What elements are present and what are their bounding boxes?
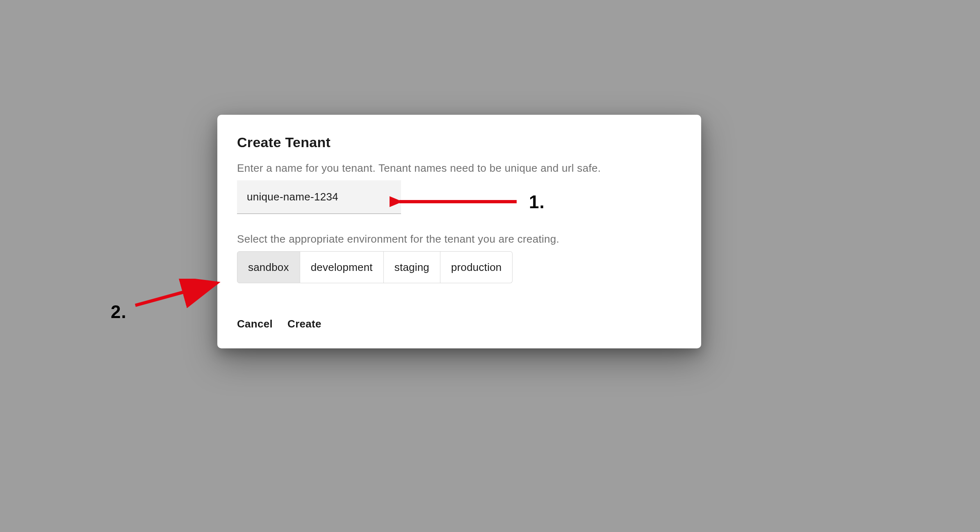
cancel-button[interactable]: Cancel xyxy=(237,316,273,332)
svg-line-3 xyxy=(135,283,217,305)
create-tenant-dialog: Create Tenant Enter a name for you tenan… xyxy=(217,115,701,348)
environment-toggle-group: sandbox development staging production xyxy=(237,251,681,283)
env-option-production[interactable]: production xyxy=(440,251,513,283)
env-option-staging[interactable]: staging xyxy=(384,251,440,283)
create-button[interactable]: Create xyxy=(287,316,321,332)
env-option-sandbox[interactable]: sandbox xyxy=(237,251,300,283)
annotation-label-2: 2. xyxy=(111,302,127,322)
annotation-label-1: 1. xyxy=(529,192,545,212)
tenant-name-input[interactable] xyxy=(237,180,401,214)
env-option-development[interactable]: development xyxy=(300,251,384,283)
dialog-title: Create Tenant xyxy=(237,134,681,150)
dialog-actions: Cancel Create xyxy=(237,316,681,332)
env-helper-text: Select the appropriate environment for t… xyxy=(237,233,681,246)
name-helper-text: Enter a name for you tenant. Tenant name… xyxy=(237,162,681,175)
annotation-arrow-2 xyxy=(131,279,226,311)
